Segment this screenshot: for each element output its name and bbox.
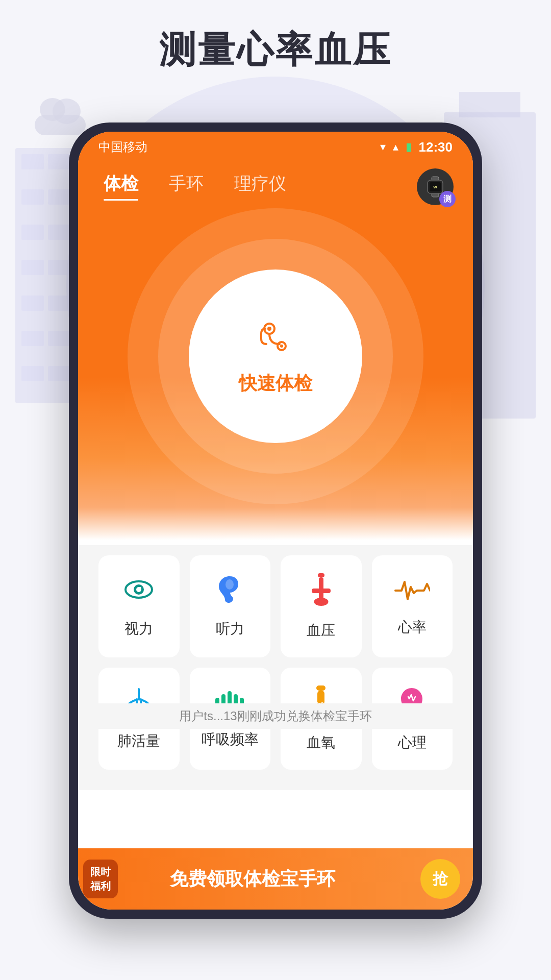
svg-rect-16 bbox=[312, 589, 331, 593]
feature-vision[interactable]: 视力 bbox=[98, 555, 180, 657]
hr-icon bbox=[394, 576, 430, 608]
tab-liaoyi[interactable]: 理疗仪 bbox=[234, 172, 286, 199]
feature-bp[interactable]: 血压 bbox=[281, 555, 362, 657]
ear-icon bbox=[216, 574, 244, 610]
tab-tijian[interactable]: 体检 bbox=[104, 172, 138, 199]
svg-rect-23 bbox=[316, 685, 325, 691]
status-icons: ▾ ▴ ▮ 12:30 bbox=[380, 139, 453, 155]
svg-point-12 bbox=[139, 587, 141, 589]
wifi-icon: ▾ bbox=[380, 140, 386, 154]
svg-point-6 bbox=[267, 327, 271, 331]
page-title: 测量心率血压 bbox=[0, 26, 551, 75]
svg-text:W: W bbox=[433, 185, 437, 189]
stethoscope-icon bbox=[253, 317, 298, 363]
building-left-bg bbox=[15, 148, 77, 403]
svg-point-13 bbox=[226, 579, 234, 590]
wristband-button[interactable]: W 测 bbox=[417, 168, 458, 209]
signal-icon: ▴ bbox=[393, 140, 398, 154]
vision-label: 视力 bbox=[124, 619, 153, 639]
lung-label: 肺活量 bbox=[117, 731, 160, 751]
quick-exam-label: 快速体检 bbox=[239, 371, 312, 396]
hearing-label: 听力 bbox=[216, 619, 244, 639]
background: 测量心率血压 中国移动 ▾ ▴ ▮ 12:30 体检 手环 理疗仪 bbox=[0, 0, 551, 980]
phone-mockup: 中国移动 ▾ ▴ ▮ 12:30 体检 手环 理疗仪 bbox=[69, 122, 482, 919]
tab-bar: 体检 手环 理疗仪 bbox=[78, 162, 473, 208]
feature-hr[interactable]: 心率 bbox=[372, 555, 453, 657]
grid-row-1: 视力 听力 bbox=[98, 555, 453, 657]
marquee-text: 用户ts...13刚刚成功兑换体检宝手环 bbox=[179, 708, 371, 724]
feature-hearing[interactable]: 听力 bbox=[190, 555, 271, 657]
breath-label: 呼吸频率 bbox=[202, 730, 259, 749]
wristband-badge: 测 bbox=[439, 191, 456, 207]
bottom-banner[interactable]: 限时福利 免费领取体检宝手环 抢 bbox=[78, 848, 473, 910]
banner-text: 免费领取体检宝手环 bbox=[170, 867, 335, 892]
battery-icon: ▮ bbox=[406, 140, 412, 154]
bp-label: 血压 bbox=[307, 621, 335, 640]
grab-button[interactable]: 抢 bbox=[420, 859, 460, 899]
phone-screen: 中国移动 ▾ ▴ ▮ 12:30 体检 手环 理疗仪 bbox=[78, 132, 473, 910]
banner-tag: 限时福利 bbox=[83, 860, 118, 898]
feature-grid: 视力 听力 bbox=[78, 545, 473, 790]
psych-label: 心理 bbox=[398, 733, 427, 752]
marquee-bar: 用户ts...13刚刚成功兑换体检宝手环 bbox=[78, 703, 473, 729]
circle-inner[interactable]: 快速体检 bbox=[189, 270, 362, 443]
svg-rect-14 bbox=[318, 573, 324, 577]
tab-shouhuan[interactable]: 手环 bbox=[169, 172, 204, 199]
carrier-label: 中国移动 bbox=[98, 139, 147, 155]
quick-exam-area[interactable]: 快速体检 bbox=[128, 208, 423, 504]
status-bar: 中国移动 ▾ ▴ ▮ 12:30 bbox=[78, 132, 473, 162]
eye-icon bbox=[123, 574, 154, 610]
svg-point-8 bbox=[280, 345, 283, 348]
bp-icon bbox=[310, 573, 333, 611]
status-time: 12:30 bbox=[419, 139, 453, 155]
sao2-label: 血氧 bbox=[307, 733, 335, 752]
hr-label: 心率 bbox=[398, 618, 427, 637]
svg-point-17 bbox=[314, 598, 328, 606]
